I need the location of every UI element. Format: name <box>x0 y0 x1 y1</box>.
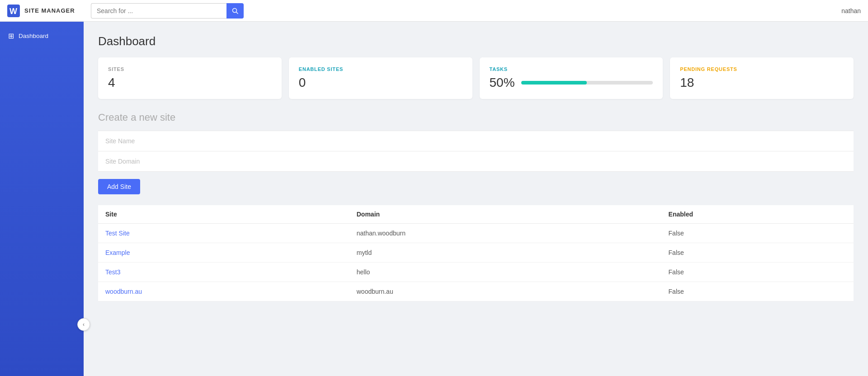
table-cell-enabled: False <box>661 263 854 282</box>
search-icon <box>232 8 238 14</box>
site-link[interactable]: Test3 <box>105 268 120 276</box>
site-link[interactable]: Example <box>105 249 130 256</box>
site-link[interactable]: woodburn.au <box>105 288 142 295</box>
table-row: Test Site nathan.woodburn False <box>98 224 854 243</box>
create-site-form <box>98 131 854 172</box>
sidebar-item-label: Dashboard <box>19 33 48 39</box>
svg-line-3 <box>236 12 238 14</box>
table-header-row: Site Domain Enabled <box>98 205 854 224</box>
table-header: Site Domain Enabled <box>98 205 854 224</box>
main-content: Dashboard SITES 4 ENABLED SITES 0 TASKS … <box>84 22 868 376</box>
stat-card-sites: SITES 4 <box>98 57 282 99</box>
table-cell-enabled: False <box>661 282 854 301</box>
table-cell-site: Test3 <box>98 263 349 282</box>
table-cell-enabled: False <box>661 243 854 263</box>
stats-grid: SITES 4 ENABLED SITES 0 TASKS 50% PENDIN… <box>98 57 854 99</box>
sidebar: ⊞ Dashboard ‹ <box>0 22 84 376</box>
stat-card-pending: PENDING REQUESTS 18 <box>670 57 854 99</box>
table-cell-site: Example <box>98 243 349 263</box>
layout: ⊞ Dashboard ‹ Dashboard SITES 4 ENABLED … <box>0 22 868 376</box>
stat-label-enabled-sites: ENABLED SITES <box>299 66 462 72</box>
table-col-site: Site <box>98 205 349 224</box>
create-section-title: Create a new site <box>98 112 854 123</box>
table-cell-site: Test Site <box>98 224 349 243</box>
brand-title: SITE MANAGER <box>24 7 75 14</box>
stat-value-pending: 18 <box>680 75 844 90</box>
sites-table: Site Domain Enabled Test Site nathan.woo… <box>98 205 854 301</box>
brand-logo-icon: W <box>7 5 20 17</box>
site-link[interactable]: Test Site <box>105 230 130 237</box>
site-name-input[interactable] <box>98 131 854 151</box>
table-cell-domain: hello <box>349 263 661 282</box>
site-domain-input[interactable] <box>98 151 854 172</box>
table-cell-domain: woodburn.au <box>349 282 661 301</box>
dashboard-icon: ⊞ <box>8 32 14 40</box>
stat-label-pending: PENDING REQUESTS <box>680 66 844 72</box>
user-label: nathan <box>841 7 861 14</box>
table-row: Test3 hello False <box>98 263 854 282</box>
add-site-button[interactable]: Add Site <box>98 179 140 194</box>
progress-bar-fill <box>521 81 587 85</box>
stat-card-tasks: TASKS 50% <box>480 57 663 99</box>
table-cell-enabled: False <box>661 224 854 243</box>
stat-card-enabled-sites: ENABLED SITES 0 <box>289 57 472 99</box>
search-button[interactable] <box>226 3 244 19</box>
table-cell-domain: nathan.woodburn <box>349 224 661 243</box>
table-col-enabled: Enabled <box>661 205 854 224</box>
chevron-left-icon: ‹ <box>83 321 85 328</box>
stat-value-tasks: 50% <box>490 75 515 90</box>
stat-value-sites: 4 <box>108 75 272 90</box>
brand: W SITE MANAGER <box>7 5 91 17</box>
table-col-domain: Domain <box>349 205 661 224</box>
stat-label-sites: SITES <box>108 66 272 72</box>
stat-label-tasks: TASKS <box>490 66 653 72</box>
page-title: Dashboard <box>98 34 854 48</box>
tasks-row: 50% <box>490 75 653 90</box>
navbar: W SITE MANAGER nathan <box>0 0 868 22</box>
svg-text:W: W <box>9 7 17 16</box>
table-row: Example mytld False <box>98 243 854 263</box>
sidebar-collapse-button[interactable]: ‹ <box>77 318 90 331</box>
table-body: Test Site nathan.woodburn False Example … <box>98 224 854 301</box>
search-area <box>91 3 841 19</box>
sidebar-item-dashboard[interactable]: ⊞ Dashboard <box>0 27 84 45</box>
table-cell-domain: mytld <box>349 243 661 263</box>
stat-value-enabled-sites: 0 <box>299 75 462 90</box>
search-input[interactable] <box>91 3 226 19</box>
table-cell-site: woodburn.au <box>98 282 349 301</box>
table-row: woodburn.au woodburn.au False <box>98 282 854 301</box>
progress-bar <box>521 81 653 85</box>
